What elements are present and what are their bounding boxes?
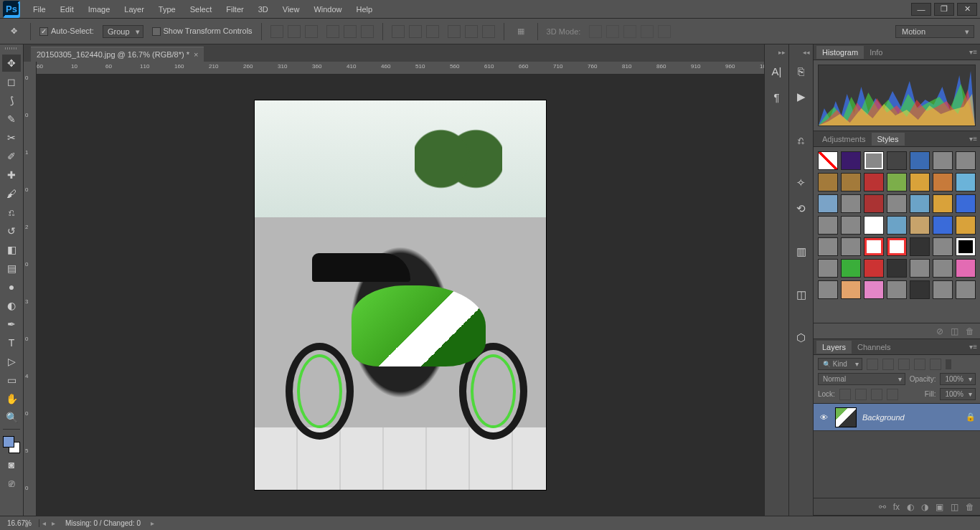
style-swatch[interactable] bbox=[933, 280, 953, 299]
menu-layer[interactable]: Layer bbox=[117, 2, 151, 16]
lock-all-icon[interactable] bbox=[887, 389, 898, 400]
menu-3d[interactable]: 3D bbox=[251, 2, 275, 16]
dist-hcenter-icon[interactable] bbox=[465, 25, 478, 38]
style-swatch[interactable] bbox=[864, 151, 884, 170]
style-swatch[interactable] bbox=[864, 194, 884, 213]
style-swatch[interactable] bbox=[818, 194, 838, 213]
tab-channels[interactable]: Channels bbox=[852, 341, 896, 354]
style-swatch[interactable] bbox=[887, 173, 907, 191]
horizontal-ruler[interactable]: 6010601101602102603103604104605105606106… bbox=[37, 62, 764, 75]
character-panel-icon[interactable]: A| bbox=[768, 62, 786, 80]
slide-icon[interactable] bbox=[641, 25, 654, 38]
delete-style-icon[interactable]: 🗑 bbox=[966, 326, 974, 336]
layer-background[interactable]: 👁 Background 🔒 bbox=[814, 404, 980, 431]
style-swatch[interactable] bbox=[841, 151, 861, 170]
style-swatch[interactable] bbox=[887, 280, 907, 299]
filter-pixel-icon[interactable] bbox=[867, 359, 878, 370]
tab-layers[interactable]: Layers bbox=[816, 341, 852, 354]
gradient-tool[interactable]: ▤ bbox=[2, 260, 21, 277]
screen-mode-tool[interactable]: ⎚ bbox=[2, 475, 21, 492]
auto-align-icon[interactable]: ▦ bbox=[513, 24, 529, 39]
brush-tool[interactable]: 🖌 bbox=[2, 185, 21, 202]
actions-panel-icon[interactable]: ⎘ bbox=[792, 62, 811, 80]
lock-pixels-icon[interactable] bbox=[855, 389, 867, 400]
close-tab-icon[interactable]: × bbox=[194, 50, 198, 59]
style-swatch[interactable] bbox=[841, 216, 861, 235]
quick-select-tool[interactable]: ✎ bbox=[2, 110, 21, 128]
style-swatch[interactable] bbox=[841, 173, 861, 191]
style-swatch[interactable] bbox=[887, 216, 907, 235]
align-left-icon[interactable] bbox=[326, 25, 339, 38]
move-tool[interactable]: ✥ bbox=[2, 55, 21, 72]
align-bottom-icon[interactable] bbox=[305, 25, 318, 38]
show-transform-checkbox[interactable]: Show Transform Controls bbox=[152, 27, 253, 36]
expand-icon[interactable]: ▸▸ bbox=[778, 49, 786, 55]
marquee-tool[interactable]: ◻ bbox=[2, 73, 21, 90]
menu-view[interactable]: View bbox=[275, 2, 307, 16]
expand-icon[interactable]: ◂◂ bbox=[803, 49, 810, 55]
canvas[interactable] bbox=[255, 100, 546, 490]
align-hcenter-icon[interactable] bbox=[344, 25, 357, 38]
delete-layer-icon[interactable]: 🗑 bbox=[966, 502, 974, 512]
dist-bottom-icon[interactable] bbox=[426, 25, 439, 38]
no-style-icon[interactable]: ⊘ bbox=[936, 326, 943, 336]
filter-adjust-icon[interactable] bbox=[882, 359, 894, 370]
menu-file[interactable]: File bbox=[26, 2, 53, 16]
style-swatch[interactable] bbox=[910, 173, 930, 191]
auto-select-dropdown[interactable]: Group bbox=[103, 25, 143, 38]
scale-3d-icon[interactable] bbox=[658, 25, 671, 38]
layer-fx-icon[interactable]: fx bbox=[893, 502, 900, 512]
filter-smart-icon[interactable] bbox=[930, 359, 941, 370]
style-swatch[interactable] bbox=[956, 280, 976, 299]
style-swatch[interactable] bbox=[910, 237, 930, 256]
status-text[interactable]: Missing: 0 / Changed: 0 bbox=[58, 519, 148, 527]
style-swatch[interactable] bbox=[956, 194, 976, 213]
status-next-icon[interactable]: ▸ bbox=[49, 519, 58, 527]
style-swatch[interactable] bbox=[956, 216, 976, 235]
foreground-color[interactable] bbox=[3, 436, 14, 448]
filter-shape-icon[interactable] bbox=[914, 359, 925, 370]
style-swatch[interactable] bbox=[818, 151, 838, 170]
opacity-input[interactable]: 100% bbox=[940, 373, 976, 385]
style-swatch[interactable] bbox=[841, 194, 861, 213]
dist-left-icon[interactable] bbox=[448, 25, 461, 38]
style-swatch[interactable] bbox=[887, 237, 907, 256]
menu-image[interactable]: Image bbox=[81, 2, 118, 16]
style-swatch[interactable] bbox=[841, 280, 861, 299]
path-select-tool[interactable]: ▷ bbox=[2, 353, 21, 370]
style-swatch[interactable] bbox=[956, 237, 976, 256]
style-swatch[interactable] bbox=[841, 259, 861, 278]
style-swatch[interactable] bbox=[864, 173, 884, 191]
properties-icon[interactable]: ◫ bbox=[792, 285, 811, 304]
style-swatch[interactable] bbox=[864, 216, 884, 235]
crop-tool[interactable]: ✂ bbox=[2, 129, 21, 146]
style-swatch[interactable] bbox=[910, 151, 930, 170]
style-swatch[interactable] bbox=[818, 216, 838, 235]
style-swatch[interactable] bbox=[864, 280, 884, 299]
hand-tool[interactable]: ✋ bbox=[2, 390, 21, 407]
dodge-tool[interactable]: ◐ bbox=[2, 297, 21, 314]
play-panel-icon[interactable]: ▶ bbox=[792, 87, 811, 106]
blur-tool[interactable]: ● bbox=[2, 278, 21, 295]
zoom-level[interactable]: 16.67% bbox=[0, 519, 39, 527]
lasso-tool[interactable]: ⟆ bbox=[2, 92, 21, 109]
new-layer-icon[interactable]: ◫ bbox=[951, 502, 958, 512]
clone-stamp-tool[interactable]: ⎌ bbox=[2, 204, 21, 221]
shape-tool[interactable]: ▭ bbox=[2, 372, 21, 389]
eraser-tool[interactable]: ◧ bbox=[2, 241, 21, 258]
style-swatch[interactable] bbox=[933, 216, 953, 235]
adjustment-layer-icon[interactable]: ◑ bbox=[921, 502, 928, 512]
quick-mask-tool[interactable]: ◙ bbox=[2, 456, 21, 473]
align-right-icon[interactable] bbox=[361, 25, 374, 38]
filter-type-icon[interactable] bbox=[898, 359, 910, 370]
brushes-panel-icon[interactable]: ⎌ bbox=[792, 131, 811, 149]
3d-panel-icon[interactable]: ⬡ bbox=[792, 328, 811, 347]
color-swatch[interactable] bbox=[3, 436, 20, 453]
style-swatch[interactable] bbox=[910, 259, 930, 278]
dist-right-icon[interactable] bbox=[482, 25, 495, 38]
type-tool[interactable]: T bbox=[2, 334, 21, 351]
history-brush-tool[interactable]: ↺ bbox=[2, 222, 21, 240]
maximize-button[interactable]: ❐ bbox=[934, 3, 954, 16]
menu-type[interactable]: Type bbox=[151, 2, 183, 16]
toolbox-grip[interactable] bbox=[1, 47, 22, 52]
